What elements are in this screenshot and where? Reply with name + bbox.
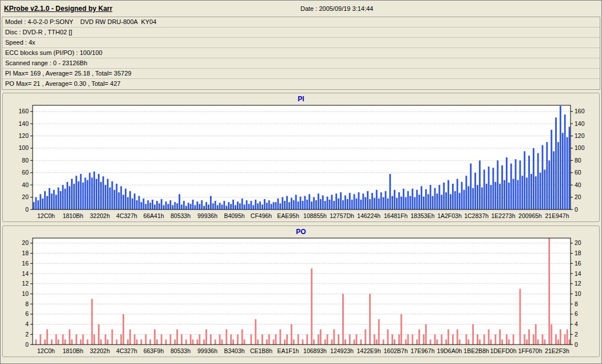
svg-text:18353Eh: 18353Eh (410, 212, 434, 219)
svg-text:20: 20 (22, 239, 29, 246)
svg-text:100: 100 (575, 144, 585, 151)
svg-text:2: 2 (25, 331, 29, 338)
svg-text:10: 10 (22, 290, 29, 297)
svg-text:146224h: 146224h (357, 212, 381, 219)
svg-text:12: 12 (575, 280, 581, 287)
svg-text:18: 18 (575, 250, 581, 256)
svg-text:160: 160 (18, 108, 29, 114)
svg-text:4C327h: 4C327h (116, 212, 137, 219)
scan-info-panel: Model : 4-0-2-0 P:SONY DVD RW DRU-800A K… (2, 17, 600, 90)
svg-text:8: 8 (25, 300, 29, 307)
info-row-disc: Disc : DVD-R , TTH02 [] (2, 27, 600, 38)
svg-text:124923h: 124923h (330, 347, 354, 354)
svg-text:100: 100 (18, 144, 29, 151)
svg-text:1810Bh: 1810Bh (62, 212, 83, 219)
svg-text:120: 120 (18, 132, 29, 139)
svg-text:32202h: 32202h (90, 347, 110, 354)
svg-text:16: 16 (575, 260, 581, 267)
po-chart: 002244668810101212141416161818202012C0h1… (3, 236, 600, 356)
svg-text:16: 16 (22, 260, 29, 267)
svg-text:0: 0 (25, 341, 29, 348)
svg-text:10: 10 (575, 290, 581, 297)
svg-text:106893h: 106893h (303, 347, 327, 354)
header-bar: KProbe v2.1.0 - Designed by Karr Date : … (1, 1, 601, 17)
svg-text:12757Dh: 12757Dh (330, 212, 354, 219)
svg-text:120: 120 (575, 132, 585, 139)
svg-text:0: 0 (575, 341, 578, 348)
svg-text:EAE95h: EAE95h (277, 212, 299, 219)
info-row-pi-stats: PI Max= 169 , Average= 25.18 , Total= 35… (2, 69, 600, 79)
svg-text:B3403h: B3403h (224, 347, 244, 354)
svg-text:17E967h: 17E967h (410, 347, 434, 354)
svg-text:140: 140 (18, 120, 29, 127)
svg-text:160: 160 (575, 108, 585, 114)
svg-text:80533h: 80533h (171, 212, 191, 219)
svg-text:20: 20 (575, 193, 581, 200)
svg-text:663F9h: 663F9h (144, 347, 164, 354)
svg-text:12: 12 (22, 280, 29, 287)
svg-text:1422E9h: 1422E9h (357, 347, 381, 354)
svg-text:CE1B8h: CE1B8h (250, 347, 272, 354)
svg-text:1810Bh: 1810Bh (62, 347, 83, 354)
svg-text:14: 14 (22, 270, 29, 277)
svg-text:19D6A0h: 19D6A0h (437, 347, 462, 354)
svg-text:20: 20 (575, 239, 581, 246)
svg-text:6: 6 (25, 310, 29, 317)
svg-text:6: 6 (575, 310, 578, 317)
svg-text:1602B7h: 1602B7h (383, 347, 407, 354)
svg-text:99936h: 99936h (197, 212, 217, 219)
svg-text:1DEFD0h: 1DEFD0h (490, 347, 516, 354)
svg-text:20: 20 (22, 193, 29, 200)
svg-text:4C327h: 4C327h (116, 347, 137, 354)
svg-text:16481Fh: 16481Fh (384, 212, 408, 219)
svg-text:0: 0 (25, 206, 29, 213)
svg-text:18: 18 (22, 250, 29, 256)
svg-text:8: 8 (575, 300, 578, 307)
svg-text:12C0h: 12C0h (37, 212, 55, 219)
svg-text:EA1F1h: EA1F1h (278, 347, 299, 354)
svg-text:40: 40 (575, 181, 581, 188)
info-row-ecc: ECC blocks sum (PI/PO) : 100/100 (2, 48, 600, 58)
svg-text:60: 60 (22, 169, 29, 176)
svg-text:1E2273h: 1E2273h (491, 212, 515, 219)
svg-text:140: 140 (575, 120, 585, 127)
svg-text:12C0h: 12C0h (37, 347, 55, 354)
svg-text:0: 0 (575, 206, 578, 213)
info-row-model: Model : 4-0-2-0 P:SONY DVD RW DRU-800A K… (2, 17, 600, 27)
svg-text:80: 80 (22, 157, 29, 164)
svg-text:4: 4 (25, 321, 29, 327)
info-row-range: Scanned range : 0 - 23126Bh (2, 58, 600, 69)
svg-text:21E2F3h: 21E2F3h (545, 347, 569, 354)
svg-text:4: 4 (575, 321, 578, 327)
svg-text:32202h: 32202h (90, 212, 110, 219)
svg-text:108855h: 108855h (303, 212, 327, 219)
pi-chart: 0020204040606080801001001201201401401601… (3, 103, 600, 221)
pi-chart-panel: PI 0020204040606080801001001201201401401… (2, 93, 600, 222)
svg-text:60: 60 (575, 169, 581, 176)
svg-text:99936h: 99936h (197, 347, 217, 354)
svg-text:1C2837h: 1C2837h (464, 212, 489, 219)
po-chart-panel: PO 002244668810101212141416161818202012C… (2, 225, 600, 357)
pi-chart-title: PI (3, 93, 599, 103)
svg-text:1FF670h: 1FF670h (518, 347, 542, 354)
svg-text:21E947h: 21E947h (545, 212, 569, 219)
info-row-po-stats: PO Max= 21 , Average= 0.30 , Total= 427 (2, 79, 600, 89)
svg-text:80: 80 (575, 157, 581, 164)
svg-text:2: 2 (575, 331, 578, 338)
kprobe-window: KProbe v2.1.0 - Designed by Karr Date : … (0, 0, 602, 364)
svg-text:B4095h: B4095h (224, 212, 244, 219)
info-row-speed: Speed : 4x (2, 38, 600, 48)
app-title: KProbe v2.1.0 - Designed by Karr (4, 5, 112, 13)
svg-text:40: 40 (22, 181, 29, 188)
svg-text:80533h: 80533h (171, 347, 191, 354)
svg-text:66A41h: 66A41h (143, 212, 164, 219)
svg-text:14: 14 (575, 270, 581, 277)
scan-date: Date : 2005/09/19 3:14:44 (300, 5, 373, 12)
svg-text:CF496h: CF496h (251, 212, 272, 219)
svg-text:1BE2B8h: 1BE2B8h (464, 347, 489, 354)
svg-text:200965h: 200965h (518, 212, 542, 219)
po-chart-title: PO (3, 226, 599, 236)
svg-text:1A2F03h: 1A2F03h (437, 212, 462, 219)
